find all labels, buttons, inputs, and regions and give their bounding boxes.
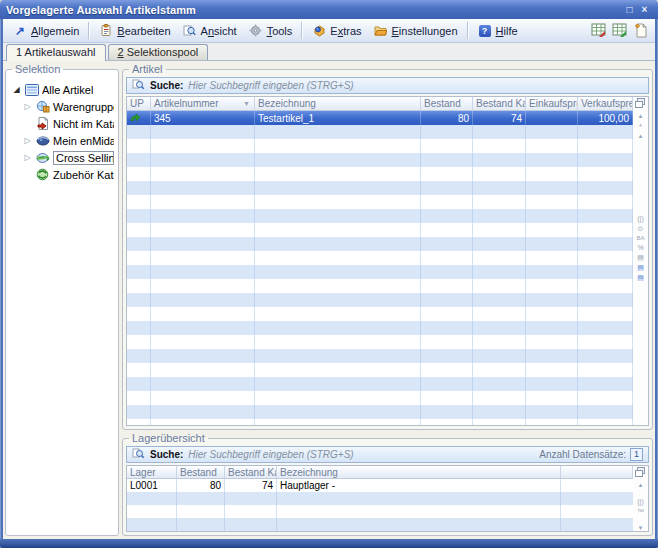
empty-cell bbox=[127, 405, 151, 419]
empty-row[interactable] bbox=[127, 223, 633, 237]
empty-cell bbox=[526, 251, 578, 265]
empty-row[interactable] bbox=[127, 363, 633, 377]
empty-cell bbox=[578, 293, 633, 307]
group-panel-icon[interactable]: (|) bbox=[637, 498, 643, 505]
empty-row[interactable] bbox=[127, 293, 633, 307]
empty-cell bbox=[473, 237, 526, 251]
empty-cell bbox=[578, 405, 633, 419]
column-header-artikelnummer[interactable]: Artikelnummer▼ bbox=[151, 97, 255, 110]
empty-row[interactable] bbox=[127, 405, 633, 419]
empty-cell bbox=[151, 377, 255, 391]
help-icon: ? bbox=[478, 24, 492, 37]
empty-row[interactable] bbox=[127, 321, 633, 335]
empty-row[interactable] bbox=[127, 335, 633, 349]
empty-row[interactable] bbox=[127, 125, 633, 139]
column-header-bestand-kalk[interactable]: Bestand Kalk.. bbox=[473, 97, 526, 110]
empty-row[interactable] bbox=[127, 377, 633, 391]
scroll-up-icon[interactable]: ▴ bbox=[639, 112, 643, 119]
column-header-einkaufspreis[interactable]: Einkaufspreis bbox=[526, 97, 578, 110]
tree-item-cross-selling-katalog[interactable]: ▷ Cross Selling Katalog bbox=[10, 149, 114, 166]
menu-einstellungen[interactable]: Einstellungen bbox=[368, 22, 464, 39]
empty-row[interactable] bbox=[127, 279, 633, 293]
close-button[interactable]: × bbox=[637, 3, 652, 17]
menu-allgemein[interactable]: ↗ Allgemein bbox=[7, 22, 85, 39]
empty-row[interactable] bbox=[127, 209, 633, 223]
maximize-button[interactable]: □ bbox=[622, 3, 637, 17]
column-header-lager[interactable]: Lager bbox=[127, 466, 177, 478]
empty-cell bbox=[473, 279, 526, 293]
percent-icon[interactable]: % bbox=[637, 244, 643, 251]
excel-export-green-button[interactable] bbox=[609, 21, 630, 41]
empty-row[interactable] bbox=[127, 492, 633, 505]
empty-row[interactable] bbox=[127, 237, 633, 251]
empty-row[interactable] bbox=[127, 153, 633, 167]
filter-ba-icon[interactable]: BA bbox=[636, 235, 644, 241]
group-panel-icon[interactable]: (|) bbox=[637, 215, 643, 222]
window-body: ↗ Allgemein Bearbeiten Ansicht T bbox=[3, 19, 655, 539]
menu-hilfe[interactable]: ? Hilfe bbox=[472, 22, 524, 39]
expander-collapsed-icon[interactable]: ▷ bbox=[23, 103, 32, 111]
empty-row[interactable] bbox=[127, 139, 633, 153]
artikel-legend: Artikel bbox=[129, 63, 166, 75]
column-header-bezeichnung[interactable]: Bezeichnung bbox=[277, 466, 561, 478]
column-header-up[interactable]: UP bbox=[127, 97, 151, 110]
empty-row[interactable] bbox=[127, 518, 633, 531]
move-row-icon[interactable]: + bbox=[638, 122, 642, 129]
column-header-bestand-kalk[interactable]: Bestand Kalk. bbox=[225, 466, 277, 478]
lager-row[interactable]: L0001 80 74 Hauptlager - bbox=[127, 479, 633, 492]
scroll-up-icon[interactable]: ▴ bbox=[639, 481, 643, 488]
tab-selektionspool[interactable]: 2 Selektionspool bbox=[108, 44, 209, 60]
empty-row[interactable] bbox=[127, 195, 633, 209]
search-panel-icon[interactable]: ⊙ bbox=[638, 225, 644, 232]
tree-item-warengruppen[interactable]: ▷ Warengruppen bbox=[10, 98, 114, 115]
empty-cell bbox=[578, 195, 633, 209]
scroll-top-icon[interactable]: ▴ bbox=[639, 132, 643, 139]
column-header-bestand[interactable]: Bestand bbox=[177, 466, 225, 478]
scroll-down-icon[interactable]: ▾ bbox=[639, 524, 643, 531]
titlebar[interactable]: Vorgelagerte Auswahl Artikelstamm □ × bbox=[0, 0, 658, 19]
column-header-verkaufspreis[interactable]: Verkaufspreis bbox=[578, 97, 633, 110]
new-document-button[interactable] bbox=[630, 21, 651, 41]
list-view2-icon[interactable]: ▤ bbox=[637, 274, 644, 281]
column-header-bezeichnung[interactable]: Bezeichnung bbox=[255, 97, 421, 110]
tab-page: Selektion ◢ Alle Artikel ▷ W bbox=[3, 60, 655, 539]
list-view-icon bbox=[24, 83, 39, 97]
layout-icon[interactable]: ▤ bbox=[637, 254, 644, 261]
lager-search-input[interactable]: Hier Suchbegriff eingeben (STRG+S) bbox=[188, 449, 353, 460]
expander-expanded-icon[interactable]: ◢ bbox=[12, 86, 21, 94]
artikel-search-input[interactable]: Hier Suchbegriff eingeben (STRG+S) bbox=[188, 80, 353, 91]
empty-cell bbox=[127, 209, 151, 223]
tab-artikelauswahl[interactable]: 1 Artikelauswahl bbox=[6, 44, 106, 61]
expander-collapsed-icon[interactable]: ▷ bbox=[23, 154, 32, 162]
empty-row[interactable] bbox=[127, 251, 633, 265]
tree-item-zubehoer-katalog[interactable]: Zubehör Katalog bbox=[10, 166, 114, 183]
empty-row[interactable] bbox=[127, 419, 633, 425]
tree-item-nicht-im-katalog[interactable]: Nicht im Katalog bbox=[10, 115, 114, 132]
column-header-bestand[interactable]: Bestand bbox=[421, 97, 473, 110]
empty-row[interactable] bbox=[127, 391, 633, 405]
menu-tools[interactable]: Tools bbox=[243, 22, 299, 39]
tree-item-alle-artikel[interactable]: ◢ Alle Artikel bbox=[10, 81, 114, 98]
empty-row[interactable] bbox=[127, 505, 633, 518]
column-chooser-icon[interactable] bbox=[635, 467, 646, 477]
empty-cell bbox=[177, 505, 225, 518]
tm-icon[interactable]: ™ bbox=[637, 508, 644, 515]
artikel-row-selected[interactable]: 345 Testartikel_1 80 74 100,00 bbox=[127, 111, 633, 125]
list-view-icon[interactable]: ▤ bbox=[637, 264, 644, 271]
empty-cell bbox=[127, 223, 151, 237]
artikel-search-bar[interactable]: Suche: Hier Suchbegriff eingeben (STRG+S… bbox=[126, 77, 649, 94]
tree-item-mein-enmida[interactable]: ▷ Mein enMida bbox=[10, 132, 114, 149]
expander-collapsed-icon[interactable]: ▷ bbox=[23, 137, 32, 145]
menu-ansicht[interactable]: Ansicht bbox=[177, 22, 243, 39]
empty-row[interactable] bbox=[127, 181, 633, 195]
empty-row[interactable] bbox=[127, 349, 633, 363]
menu-bearbeiten[interactable]: Bearbeiten bbox=[93, 22, 176, 39]
menu-extras[interactable]: Extras bbox=[306, 22, 367, 39]
column-chooser-icon[interactable] bbox=[635, 98, 646, 108]
empty-cell bbox=[526, 265, 578, 279]
excel-export-red-button[interactable] bbox=[588, 21, 609, 41]
empty-row[interactable] bbox=[127, 265, 633, 279]
empty-row[interactable] bbox=[127, 307, 633, 321]
lager-search-bar[interactable]: Suche: Hier Suchbegriff eingeben (STRG+S… bbox=[126, 446, 649, 463]
empty-row[interactable] bbox=[127, 167, 633, 181]
